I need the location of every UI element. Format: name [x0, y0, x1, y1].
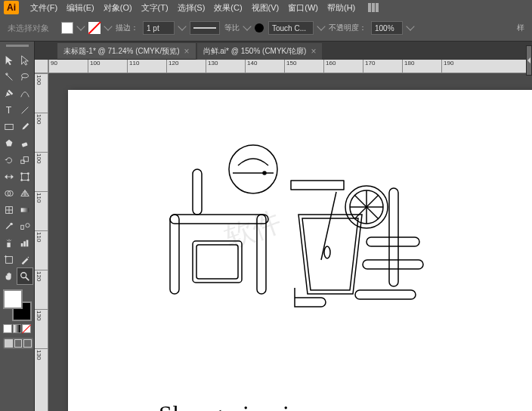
- svg-rect-46: [367, 237, 419, 246]
- direct-selection-tool[interactable]: [17, 52, 32, 68]
- svg-rect-48: [355, 290, 416, 299]
- color-mode-solid[interactable]: [3, 324, 12, 333]
- fill-dropdown-icon[interactable]: [76, 22, 85, 30]
- menu-window[interactable]: 窗口(W): [284, 2, 322, 14]
- stroke-weight-dropdown-icon[interactable]: [178, 22, 186, 30]
- menu-view[interactable]: 视图(V): [248, 2, 283, 14]
- free-transform-tool[interactable]: [17, 168, 32, 184]
- vertical-ruler[interactable]: 100 100 100 110 110 120 130 130: [35, 73, 48, 411]
- blend-tool[interactable]: [17, 218, 32, 234]
- zoom-tool[interactable]: [17, 268, 32, 284]
- svg-rect-24: [6, 256, 13, 263]
- svg-point-36: [263, 172, 266, 175]
- panel-collapse-button[interactable]: [526, 45, 532, 76]
- selection-tool[interactable]: [2, 52, 17, 68]
- svg-line-2: [22, 107, 29, 113]
- paintbrush-tool[interactable]: [17, 119, 32, 134]
- document-tab-1[interactable]: 未标题-1* @ 71.24% (CMYK/预览) ×: [57, 43, 196, 60]
- svg-rect-29: [193, 169, 202, 215]
- menu-file[interactable]: 文件(F): [26, 2, 61, 14]
- svg-rect-23: [26, 239, 29, 246]
- artwork-outline[interactable]: [151, 128, 431, 309]
- brush-dropdown-icon[interactable]: [317, 22, 325, 30]
- options-bar: 未选择对象 描边： 等比 不透明度： 样: [0, 15, 532, 42]
- toolbox-grip-icon[interactable]: [2, 45, 32, 49]
- perspective-grid-tool[interactable]: [17, 185, 32, 201]
- menu-select[interactable]: 选择(S): [174, 2, 209, 14]
- hand-tool[interactable]: [2, 268, 17, 284]
- stroke-dropdown-icon[interactable]: [104, 22, 112, 30]
- shape-builder-tool[interactable]: [2, 185, 17, 201]
- canvas[interactable]: 软件: [48, 73, 532, 411]
- brush-name-input[interactable]: [268, 21, 314, 35]
- close-icon[interactable]: ×: [184, 46, 190, 57]
- mesh-tool[interactable]: [2, 202, 17, 218]
- stroke-label: 描边：: [116, 23, 138, 33]
- stroke-color-swatch[interactable]: [88, 22, 101, 34]
- opacity-dropdown-icon[interactable]: [406, 22, 414, 30]
- svg-rect-34: [196, 245, 238, 279]
- workspace-switcher-icon[interactable]: [368, 3, 380, 12]
- gradient-tool[interactable]: [17, 202, 32, 218]
- column-graph-tool[interactable]: [17, 235, 32, 251]
- svg-point-10: [20, 179, 23, 181]
- svg-rect-47: [363, 260, 423, 269]
- tab-label: 未标题-1* @ 71.24% (CMYK/预览): [63, 46, 180, 57]
- eyedropper-tool[interactable]: [2, 218, 17, 234]
- svg-point-11: [27, 179, 29, 181]
- draw-normal[interactable]: [5, 339, 13, 348]
- rectangle-tool[interactable]: [2, 119, 17, 134]
- eraser-tool[interactable]: [17, 135, 32, 151]
- draw-inside[interactable]: [23, 339, 32, 348]
- fill-color-swatch[interactable]: [61, 22, 73, 34]
- opacity-input[interactable]: [371, 21, 403, 35]
- ratio-dropdown-icon[interactable]: [243, 22, 251, 30]
- fill-stroke-swatch[interactable]: [2, 289, 33, 321]
- menu-object[interactable]: 对象(O): [100, 2, 136, 14]
- width-tool[interactable]: [2, 168, 17, 184]
- close-icon[interactable]: ×: [311, 46, 316, 57]
- svg-point-9: [27, 172, 29, 175]
- svg-rect-4: [22, 142, 28, 147]
- brush-preview-icon: [255, 23, 264, 32]
- svg-rect-31: [170, 215, 179, 294]
- color-mode-gradient[interactable]: [13, 324, 22, 333]
- toolbox: T: [0, 42, 35, 411]
- artwork-caption[interactable]: Shang pin xian: [159, 400, 314, 411]
- symbol-sprayer-tool[interactable]: [2, 235, 17, 251]
- curvature-tool[interactable]: [17, 85, 32, 101]
- type-tool[interactable]: T: [2, 102, 17, 118]
- slice-tool[interactable]: [17, 252, 32, 267]
- horizontal-ruler[interactable]: 90 100 110 120 130 140 150 160 170 180 1…: [48, 60, 532, 73]
- svg-point-19: [26, 223, 29, 227]
- magic-wand-tool[interactable]: [2, 69, 17, 85]
- svg-rect-33: [193, 241, 242, 283]
- foreground-color[interactable]: [3, 289, 23, 309]
- svg-line-37: [321, 192, 336, 260]
- document-tab-2[interactable]: 尚鲜.ai* @ 150% (CMYK/轮廓) ×: [197, 43, 323, 60]
- artboard[interactable]: 软件: [68, 90, 532, 411]
- shaper-tool[interactable]: [2, 135, 17, 151]
- chevron-left-icon: [527, 57, 530, 63]
- lasso-tool[interactable]: [17, 69, 32, 85]
- scale-tool[interactable]: [17, 152, 32, 168]
- line-segment-tool[interactable]: [17, 102, 32, 118]
- ratio-label: 等比: [224, 23, 240, 33]
- rotate-tool[interactable]: [2, 152, 17, 168]
- color-mode-none[interactable]: [22, 324, 31, 333]
- menu-type[interactable]: 文字(T): [138, 2, 172, 14]
- menu-effect[interactable]: 效果(C): [210, 2, 246, 14]
- draw-behind[interactable]: [14, 339, 23, 348]
- ruler-origin[interactable]: [35, 60, 48, 73]
- menu-help[interactable]: 帮助(H): [323, 2, 359, 14]
- svg-point-38: [324, 246, 330, 258]
- draw-modes: [3, 338, 33, 349]
- pen-tool[interactable]: [2, 85, 17, 101]
- opacity-label: 不透明度：: [329, 23, 367, 33]
- menu-edit[interactable]: 编辑(E): [63, 2, 98, 14]
- artboard-tool[interactable]: [2, 252, 17, 267]
- stroke-style[interactable]: [190, 21, 220, 35]
- svg-rect-20: [7, 243, 10, 247]
- stroke-weight-input[interactable]: [143, 21, 175, 35]
- svg-point-0: [22, 73, 29, 77]
